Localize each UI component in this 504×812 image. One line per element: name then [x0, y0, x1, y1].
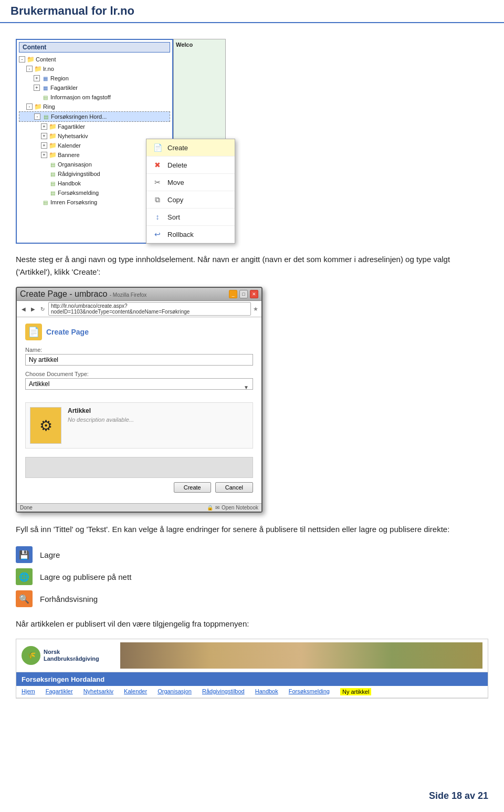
ctx-label-delete: Delete — [167, 161, 187, 169]
folder-icon: 📁 — [26, 55, 35, 64]
nav-menu-item-kalender[interactable]: Kalender — [124, 688, 147, 695]
nav-menu-item-handbok[interactable]: Handbok — [255, 688, 278, 695]
doc-icon: ▦ — [41, 84, 49, 92]
folder-icon: 📁 — [48, 122, 57, 131]
ff-doctype-wrapper: Artikkel — [25, 378, 253, 396]
context-menu-item-delete[interactable]: ✖ Delete — [146, 157, 235, 174]
tree-label: Informasjon om fagstoff — [50, 94, 111, 100]
ctx-label-rollback: Rollback — [167, 231, 194, 238]
doc-icon: ▦ — [41, 74, 49, 82]
nav-menu-item-forsoksmelding[interactable]: Forsøksmelding — [289, 688, 330, 695]
folder-icon: 📁 — [48, 151, 57, 159]
paragraph-1: Neste steg er å angi navn og type innhol… — [16, 253, 488, 278]
ff-cancel-button[interactable]: Cancel — [215, 482, 253, 493]
publish-label: Lagre og publisere på nett — [40, 572, 131, 581]
preview-label: Forhåndsvisning — [40, 595, 98, 603]
ff-minimize-button[interactable]: _ — [229, 290, 237, 298]
panel-title-bar: Content — [19, 42, 170, 53]
page-footer: Side 18 av 21 — [429, 790, 488, 801]
nav-menu-item-nyhetsarkiv[interactable]: Nyhetsarkiv — [83, 688, 113, 695]
tree-label: Fagartikler — [58, 123, 85, 130]
ctx-label-copy: Copy — [167, 196, 183, 204]
tree-item[interactable]: - 📁 Content — [19, 55, 170, 64]
ff-page-icon-title: 📄 Create Page — [25, 324, 253, 340]
ff-name-input[interactable] — [25, 354, 253, 366]
expand-icon[interactable]: + — [41, 123, 47, 130]
ff-gray-area — [25, 457, 253, 478]
tree-label: Bannere — [58, 152, 80, 158]
context-menu-item-sort[interactable]: ↕ Sort — [146, 209, 235, 226]
ff-title-left: Create Page - umbraco - Mozilla Firefox — [20, 289, 146, 299]
sort-icon: ↕ — [152, 211, 163, 223]
ff-create-button[interactable]: Create — [174, 482, 211, 493]
nav-menu-item-hjem[interactable]: Hjem — [22, 688, 35, 695]
tree-label: Nyhetsarkiv — [58, 133, 88, 139]
context-menu-item-copy[interactable]: ⧉ Copy — [146, 191, 235, 209]
ff-url-bar[interactable]: http://lr.no/umbraco/create.aspx?nodeID=… — [48, 302, 251, 316]
folder-icon: 📁 — [34, 102, 42, 111]
action-icons-section: 💾 Lagre 🌐 Lagre og publisere på nett 🔍 F… — [16, 546, 488, 607]
context-menu-item-rollback[interactable]: ↩ Rollback — [146, 226, 235, 243]
screenshot-content-tree: Content - 📁 Content - 📁 lr.no + ▦ Region — [16, 39, 304, 244]
ff-page-title-label: Create Page — [46, 328, 89, 336]
expand-icon[interactable]: - — [26, 66, 33, 72]
tree-item[interactable]: ▤ Informasjon om fagstoff — [19, 92, 170, 102]
page-icon: ▤ — [41, 93, 49, 101]
paragraph-2: Fyll så inn 'Tittel' og 'Tekst'. En kan … — [16, 523, 488, 536]
expand-icon[interactable]: + — [34, 75, 40, 81]
expand-icon[interactable]: + — [41, 133, 47, 139]
tree-label: Content — [36, 56, 56, 63]
ff-reload-button[interactable]: ↻ — [39, 306, 46, 312]
tree-item[interactable]: - 📁 lr.no — [19, 64, 170, 74]
expand-icon[interactable]: - — [34, 113, 40, 120]
nav-screenshot: 🌾 Norsk Landbruksrådgiving Forsøksringen… — [16, 639, 488, 699]
rollback-icon: ↩ — [152, 228, 163, 240]
ff-back-button[interactable]: ◀ — [20, 306, 27, 312]
nav-menu-bar: Hjem Fagartikler Nyhetsarkiv Kalender Or… — [16, 686, 488, 698]
page-body: Content - 📁 Content - 📁 lr.no + ▦ Region — [0, 34, 504, 720]
nav-logo-bar: 🌾 Norsk Landbruksrådgiving — [16, 639, 488, 672]
ff-status-icon-2: ✉ — [215, 505, 219, 511]
nav-menu-item-organisasjon[interactable]: Organisasjon — [158, 688, 192, 695]
nav-menu-item-radgivingstilbod[interactable]: Rådgivingstilbod — [202, 688, 245, 695]
expand-icon[interactable]: + — [41, 142, 47, 149]
expand-icon[interactable]: + — [34, 85, 40, 91]
ff-doc-preview: ⚙ Artikkel No description available... — [25, 402, 253, 449]
expand-icon[interactable]: - — [19, 56, 25, 63]
context-menu-item-create[interactable]: 📄 Create — [146, 139, 235, 157]
ff-bookmark-icon[interactable]: ★ — [253, 306, 258, 313]
create-icon: 📄 — [152, 142, 163, 153]
tree-label: Rådgivingstilbod — [58, 171, 100, 177]
ff-doctype-select[interactable]: Artikkel — [25, 378, 253, 390]
nav-menu-item-ny-artikkel[interactable]: Ny artikkel — [340, 688, 371, 695]
ff-close-button[interactable]: ✕ — [250, 290, 258, 298]
publish-icon: 🌐 — [16, 568, 33, 585]
ff-page-icon: 📄 — [25, 324, 42, 340]
ff-doctype-label: Choose Document Type: — [25, 371, 253, 377]
tree-item[interactable]: - 📁 Ring — [19, 102, 170, 111]
page-icon: ▤ — [48, 189, 57, 197]
page-icon: ▤ — [48, 179, 57, 188]
expand-icon[interactable]: - — [26, 103, 33, 110]
ff-forward-button[interactable]: ▶ — [29, 306, 37, 312]
page-icon: ▤ — [41, 112, 50, 121]
paragraph-3: Når artikkelen er publisert vil den være… — [16, 618, 488, 630]
ff-maximize-button[interactable]: □ — [239, 290, 248, 298]
expand-icon[interactable]: + — [41, 152, 47, 158]
ff-doc-thumbnail: ⚙ — [30, 407, 61, 444]
tree-item[interactable]: + ▦ Fagartikler — [19, 83, 170, 92]
tree-item[interactable]: + ▦ Region — [19, 74, 170, 83]
context-menu: 📄 Create ✖ Delete ✂ Move ⧉ Copy ↕ Sort ↩ — [146, 139, 235, 244]
tree-item[interactable]: + 📁 Fagartikler — [19, 122, 170, 131]
save-icon: 💾 — [16, 546, 33, 563]
tree-label: lr.no — [43, 66, 54, 72]
tree-item-selected[interactable]: - ▤ Forsøksringen Hord... — [19, 111, 170, 122]
action-row-preview: 🔍 Forhåndsvisning — [16, 590, 488, 607]
welcome-label: Welco — [176, 41, 193, 48]
context-menu-item-move[interactable]: ✂ Move — [146, 174, 235, 191]
page-header: Brukermanual for lr.no — [0, 0, 504, 23]
ff-status-icons: 🔒 ✉ Open Notebook — [207, 505, 258, 511]
nav-section-title: Forsøksringen Hordaland — [22, 675, 104, 683]
nav-menu-item-fagartikler[interactable]: Fagartikler — [46, 688, 73, 695]
folder-icon: 📁 — [34, 65, 42, 73]
